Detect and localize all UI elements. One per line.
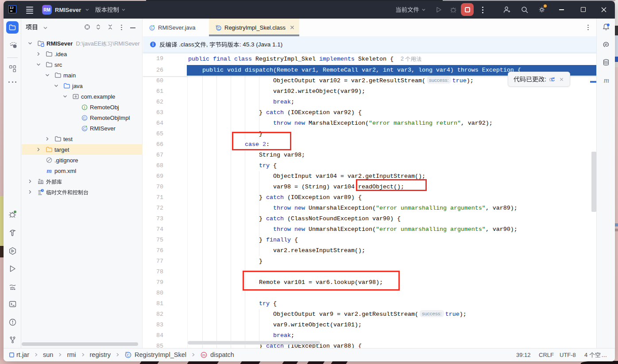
svg-text:m: m: [202, 353, 206, 357]
svg-text:C: C: [83, 115, 86, 120]
svg-text:C: C: [217, 26, 220, 30]
svg-text:C: C: [127, 353, 130, 357]
svg-text:?: ?: [14, 44, 16, 48]
svg-text:m: m: [46, 167, 52, 174]
svg-text:I: I: [84, 105, 85, 110]
